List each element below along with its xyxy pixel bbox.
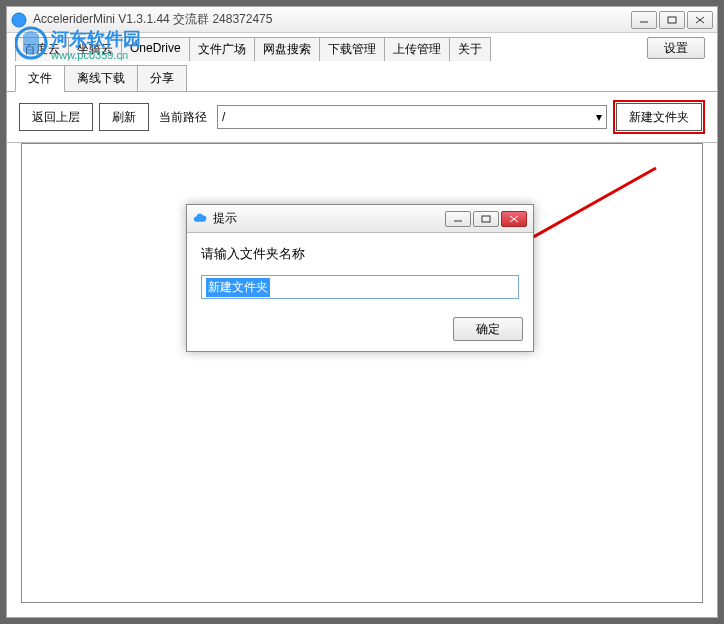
svg-rect-10 <box>482 216 490 222</box>
minimize-button[interactable] <box>631 11 657 29</box>
folder-name-input[interactable]: 新建文件夹 <box>201 275 519 299</box>
close-button[interactable] <box>687 11 713 29</box>
dialog-prompt: 请输入文件夹名称 <box>201 245 519 263</box>
dialog-window-controls <box>443 211 527 227</box>
dialog-minimize-button[interactable] <box>445 211 471 227</box>
path-label: 当前路径 <box>159 109 207 126</box>
toolbar: 返回上层 刷新 当前路径 / ▾ 新建文件夹 <box>7 92 717 143</box>
tabs-primary: 百度云 坐骑云 OneDrive 文件广场 网盘搜索 下载管理 上传管理 关于 <box>7 37 717 61</box>
path-value: / <box>222 110 225 124</box>
tabs-secondary: 文件 离线下载 分享 <box>7 64 717 92</box>
tab-zuoqi[interactable]: 坐骑云 <box>68 37 122 61</box>
new-folder-button[interactable]: 新建文件夹 <box>616 103 702 131</box>
cloud-icon <box>193 212 207 226</box>
dialog-close-button[interactable] <box>501 211 527 227</box>
back-button[interactable]: 返回上层 <box>19 103 93 131</box>
ok-button[interactable]: 确定 <box>453 317 523 341</box>
svg-point-0 <box>12 13 26 27</box>
tab-offline[interactable]: 离线下载 <box>64 65 138 92</box>
dialog-titlebar: 提示 <box>187 205 533 233</box>
main-window: AcceleriderMini V1.3.1.44 交流群 248372475 … <box>6 6 718 618</box>
maximize-button[interactable] <box>659 11 685 29</box>
window-controls <box>629 11 713 29</box>
dialog-maximize-button[interactable] <box>473 211 499 227</box>
refresh-button[interactable]: 刷新 <box>99 103 149 131</box>
dialog-footer: 确定 <box>187 311 533 351</box>
titlebar: AcceleriderMini V1.3.1.44 交流群 248372475 <box>7 7 717 33</box>
chevron-down-icon: ▾ <box>596 110 602 124</box>
folder-name-value: 新建文件夹 <box>206 278 270 297</box>
tab-baidu[interactable]: 百度云 <box>15 37 69 61</box>
dialog-title: 提示 <box>213 210 443 227</box>
app-icon <box>11 12 27 28</box>
new-folder-highlight: 新建文件夹 <box>613 100 705 134</box>
tab-about[interactable]: 关于 <box>449 37 491 61</box>
tab-share[interactable]: 分享 <box>137 65 187 92</box>
tab-files[interactable]: 文件 <box>15 65 65 92</box>
tab-upload[interactable]: 上传管理 <box>384 37 450 61</box>
window-title: AcceleriderMini V1.3.1.44 交流群 248372475 <box>33 11 629 28</box>
dialog-body: 请输入文件夹名称 新建文件夹 <box>187 233 533 311</box>
file-area: 提示 请输入文件夹名称 新建文件夹 确定 <box>21 143 703 603</box>
path-dropdown[interactable]: / ▾ <box>217 105 607 129</box>
svg-rect-2 <box>668 17 676 23</box>
tab-search[interactable]: 网盘搜索 <box>254 37 320 61</box>
prompt-dialog: 提示 请输入文件夹名称 新建文件夹 确定 <box>186 204 534 352</box>
tab-onedrive[interactable]: OneDrive <box>121 37 190 61</box>
tab-plaza[interactable]: 文件广场 <box>189 37 255 61</box>
tab-download[interactable]: 下载管理 <box>319 37 385 61</box>
